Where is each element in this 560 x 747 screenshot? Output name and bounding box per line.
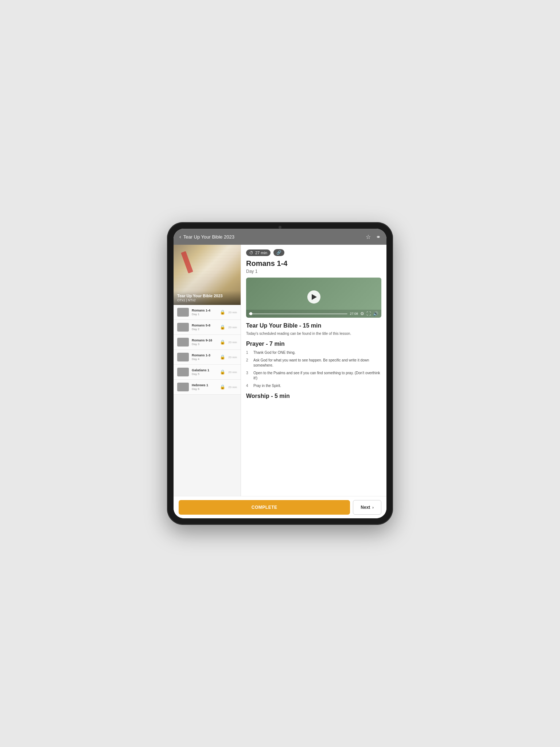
lesson-day-label: Day 1: [246, 269, 381, 274]
lesson-info: Romans 1-4 Day 1: [192, 309, 217, 316]
header-actions: ☆ ⚭: [366, 233, 381, 240]
list-item[interactable]: Romans 1-4 Day 1 🔒 20 min: [174, 305, 241, 320]
camera-dot: [279, 226, 281, 229]
lesson-name: Hebrews 1: [192, 383, 217, 387]
lesson-info: Hebrews 1 Day 6: [192, 383, 217, 391]
video-time: 27:08: [350, 312, 358, 316]
prayer-text: Thank God for ONE thing.: [253, 350, 296, 355]
list-item: 2 Ask God for what you want to see happe…: [246, 358, 381, 368]
lock-icon: 🔒: [220, 325, 225, 330]
lesson-duration: 20 min: [228, 341, 237, 344]
list-item: 1 Thank God for ONE thing.: [246, 350, 381, 355]
lesson-thumbnail: [177, 338, 189, 347]
list-item: 3 Open to the Psalms and see if you can …: [246, 371, 381, 381]
volume-icon[interactable]: 🔊: [373, 311, 378, 316]
clock-icon: ⏱: [249, 251, 253, 255]
worship-heading: Worship - 5 min: [246, 393, 381, 399]
lesson-name: Romans 9-16: [192, 338, 217, 342]
video-player[interactable]: 27:08 ⚙ ⛶ 🔊: [246, 278, 381, 318]
tablet-screen: ‹ Tear Up Your Bible 2023 ☆ ⚭ Tear Up Yo…: [174, 229, 386, 518]
lock-icon: 🔒: [220, 355, 225, 360]
lesson-name: Galatians 1: [192, 368, 217, 372]
lesson-name: Romans 1-3: [192, 353, 217, 357]
progress-bar[interactable]: [249, 313, 347, 314]
bottom-bar: COMPLETE Next ›: [174, 496, 386, 518]
list-item[interactable]: Galatians 1 Day 5 🔒 20 min: [174, 365, 241, 380]
lesson-info: Romans 5-8 Day 2: [192, 324, 217, 331]
prayer-num: 4: [246, 383, 250, 388]
prayer-text: Pray in the Spirit.: [253, 383, 281, 388]
complete-button[interactable]: COMPLETE: [179, 500, 350, 515]
link-icon[interactable]: ⚭: [376, 233, 381, 240]
play-button[interactable]: [307, 290, 320, 303]
list-item: 4 Pray in the Spirit.: [246, 383, 381, 388]
lesson-duration: 20 min: [228, 386, 237, 389]
lesson-thumbnail: [177, 323, 189, 332]
lesson-day: Day 3: [192, 342, 217, 346]
settings-icon[interactable]: ⚙: [360, 311, 364, 316]
lesson-duration: 20 min: [228, 356, 237, 359]
section-description: Today's scheduled reading can be found i…: [246, 331, 381, 336]
list-item[interactable]: Romans 5-8 Day 2 🔒 20 min: [174, 320, 241, 335]
link-badge[interactable]: 🔗: [273, 249, 284, 256]
next-label: Next: [361, 505, 370, 510]
video-controls: 27:08 ⚙ ⛶ 🔊: [246, 310, 381, 318]
lesson-day: Day 2: [192, 328, 217, 331]
left-panel: Tear Up Your Bible 2023 OTx1 | NTx2 Roma…: [174, 245, 241, 496]
tablet-frame: ‹ Tear Up Your Bible 2023 ☆ ⚭ Tear Up Yo…: [167, 222, 393, 525]
right-panel: ⏱ 27 min 🔗 Romans 1-4 Day 1: [241, 245, 386, 496]
prayer-heading: Prayer - 7 min: [246, 341, 381, 347]
series-hero-image: Tear Up Your Bible 2023 OTx1 | NTx2: [174, 245, 241, 305]
red-marker: [181, 251, 193, 273]
prayer-text: Ask God for what you want to see happen.…: [253, 358, 381, 368]
list-item[interactable]: Hebrews 1 Day 6 🔒 20 min: [174, 380, 241, 395]
lesson-duration: 20 min: [228, 311, 237, 314]
lesson-info: Romans 1-3 Day 4: [192, 353, 217, 361]
lesson-thumbnail: [177, 383, 189, 391]
progress-dot: [249, 312, 252, 315]
next-chevron-icon: ›: [372, 505, 374, 510]
lesson-thumbnail: [177, 353, 189, 361]
prayer-num: 3: [246, 371, 250, 381]
lesson-info: Galatians 1 Day 5: [192, 368, 217, 376]
lesson-day: Day 6: [192, 387, 217, 391]
list-item[interactable]: Romans 9-16 Day 3 🔒 20 min: [174, 335, 241, 350]
lesson-day: Day 1: [192, 313, 217, 316]
prayer-list: 1 Thank God for ONE thing. 2 Ask God for…: [246, 350, 381, 388]
lesson-name: Romans 1-4: [192, 309, 217, 312]
star-icon[interactable]: ☆: [366, 233, 371, 240]
meta-row: ⏱ 27 min 🔗: [246, 249, 381, 256]
back-nav[interactable]: ‹ Tear Up Your Bible 2023: [179, 234, 234, 240]
lesson-name: Romans 5-8: [192, 324, 217, 327]
section-heading: Tear Up Your Bible - 15 min: [246, 322, 381, 329]
lesson-title: Romans 1-4: [246, 259, 381, 268]
next-button[interactable]: Next ›: [353, 500, 381, 515]
back-label: Tear Up Your Bible 2023: [183, 234, 234, 240]
back-chevron-icon: ‹: [179, 234, 181, 240]
lesson-thumbnail: [177, 308, 189, 317]
content-area: Tear Up Your Bible 2023 OTx1 | NTx2 Roma…: [174, 245, 386, 496]
lock-icon: 🔒: [220, 369, 225, 375]
duration-label: 27 min: [255, 251, 267, 255]
lesson-duration: 20 min: [228, 371, 237, 374]
navigation-header: ‹ Tear Up Your Bible 2023 ☆ ⚭: [174, 229, 386, 245]
series-subtitle: OTx1 | NTx2: [177, 298, 237, 302]
fullscreen-icon[interactable]: ⛶: [366, 311, 371, 316]
lesson-day: Day 4: [192, 357, 217, 361]
list-item[interactable]: Romans 1-3 Day 4 🔒 20 min: [174, 350, 241, 365]
prayer-text: Open to the Psalms and see if you can fi…: [253, 371, 381, 381]
progress-fill: [249, 313, 251, 314]
lesson-day: Day 5: [192, 372, 217, 376]
lesson-list: Romans 1-4 Day 1 🔒 20 min Romans 5-8 Day…: [174, 305, 241, 496]
lock-icon: 🔒: [220, 310, 225, 315]
lesson-info: Romans 9-16 Day 3: [192, 338, 217, 346]
lock-icon: 🔒: [220, 340, 225, 345]
prayer-num: 2: [246, 358, 250, 368]
series-title: Tear Up Your Bible 2023: [177, 294, 237, 298]
lesson-thumbnail: [177, 368, 189, 376]
series-title-overlay: Tear Up Your Bible 2023 OTx1 | NTx2: [174, 291, 241, 305]
prayer-num: 1: [246, 350, 250, 355]
lesson-duration: 20 min: [228, 326, 237, 329]
lock-icon: 🔒: [220, 384, 225, 390]
duration-badge: ⏱ 27 min: [246, 249, 271, 256]
